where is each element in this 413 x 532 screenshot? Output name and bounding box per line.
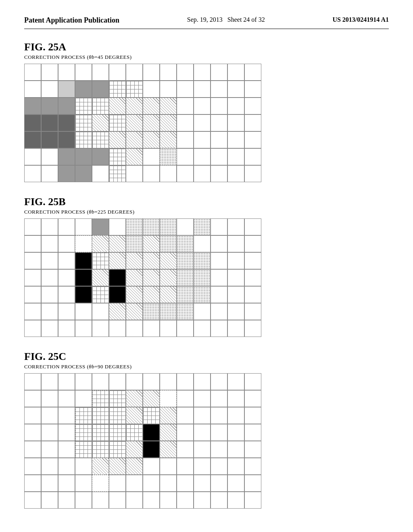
fig-25b-section: FIG. 25B CORRECTION PROCESS (θb=225 DEGR… xyxy=(24,196,389,339)
fig-25b-grid xyxy=(24,218,261,337)
fig-25a-title: FIG. 25A xyxy=(24,41,389,53)
page: Patent Application Publication Sep. 19, … xyxy=(0,0,413,532)
fig-25b-title: FIG. 25B xyxy=(24,196,389,208)
fig-25a-section: FIG. 25A CORRECTION PROCESS (θb=45 DEGRE… xyxy=(24,41,389,184)
fig-25c-title: FIG. 25C xyxy=(24,351,389,363)
patent-number: US 2013/0241914 A1 xyxy=(332,16,389,23)
fig-25b-subtitle: CORRECTION PROCESS (θb=225 DEGREES) xyxy=(24,209,389,215)
publication-date: Sep. 19, 2013 Sheet 24 of 32 xyxy=(187,16,265,23)
fig-25c-grid xyxy=(24,373,261,509)
fig-25c-subtitle: CORRECTION PROCESS (θb=90 DEGREES) xyxy=(24,364,389,370)
fig-25a-subtitle: CORRECTION PROCESS (θb=45 DEGREES) xyxy=(24,54,389,60)
fig-25c-section: FIG. 25C CORRECTION PROCESS (θb=90 DEGRE… xyxy=(24,351,389,510)
fig-25a-grid xyxy=(24,64,261,182)
publication-title: Patent Application Publication xyxy=(24,16,119,25)
page-header: Patent Application Publication Sep. 19, … xyxy=(24,16,389,29)
